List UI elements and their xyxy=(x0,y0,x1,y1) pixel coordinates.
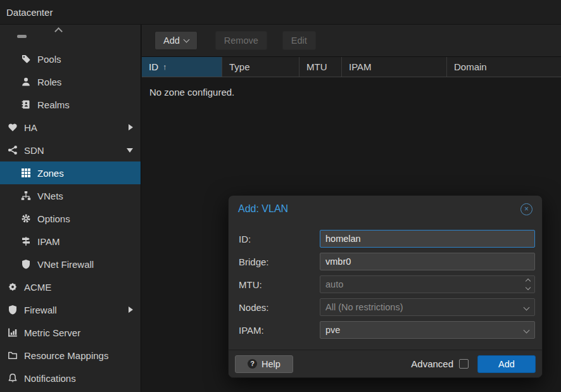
chevron-down-icon xyxy=(524,305,530,311)
column-label: Type xyxy=(229,61,250,72)
nodes-select[interactable]: All (No restrictions) xyxy=(320,298,535,316)
ipam-select[interactable]: pve xyxy=(320,321,535,339)
sidebar-item-notifications[interactable]: Notifications xyxy=(0,367,141,389)
sidebar-item-acme[interactable]: ACME xyxy=(0,275,141,298)
chevron-down-icon[interactable] xyxy=(127,148,133,153)
sidebar-item-resource-mappings[interactable]: Resource Mappings xyxy=(0,344,141,367)
sidebar-item-ipam[interactable]: IPAM xyxy=(0,230,141,253)
question-circle-icon: ? xyxy=(248,359,257,369)
sidebar-item-firewall[interactable]: Firewall xyxy=(0,298,141,321)
sidebar-item-roles[interactable]: Roles xyxy=(0,70,141,93)
id-field-label: ID: xyxy=(239,234,320,244)
sidebar-item-label: HA xyxy=(24,122,37,133)
folder-icon xyxy=(8,350,18,360)
advanced-label: Advanced xyxy=(411,358,453,369)
sitemap-icon xyxy=(21,191,31,201)
help-button[interactable]: ? Help xyxy=(235,355,293,373)
sort-ascending-icon: ↑ xyxy=(163,62,167,72)
bar-chart-icon xyxy=(8,327,18,338)
spinner-up-icon[interactable] xyxy=(526,279,531,284)
chevron-right-icon[interactable] xyxy=(129,124,133,130)
add-button[interactable]: Add xyxy=(154,31,198,50)
ipam-field-label: IPAM: xyxy=(239,325,320,336)
sidebar-item-vnets[interactable]: VNets xyxy=(0,184,141,207)
mtu-input[interactable] xyxy=(320,275,535,293)
edit-button-label: Edit xyxy=(291,35,307,46)
heartbeat-icon xyxy=(8,122,18,132)
network-share-icon xyxy=(8,145,18,155)
close-icon[interactable]: × xyxy=(520,203,533,215)
dialog-title: Add: VLAN xyxy=(238,203,288,215)
sidebar-item-label: Realms xyxy=(37,99,70,110)
remove-button[interactable]: Remove xyxy=(215,31,267,50)
sidebar-item-label: Firewall xyxy=(24,305,57,315)
bridge-input[interactable] xyxy=(320,253,535,270)
form-row-nodes: Nodes: All (No restrictions) xyxy=(239,296,535,319)
grid-icon xyxy=(21,168,31,178)
map-signs-icon xyxy=(21,236,31,246)
bell-icon xyxy=(8,373,18,383)
mtu-spinner xyxy=(526,279,530,289)
help-button-label: Help xyxy=(262,359,280,369)
dialog-add-button[interactable]: Add xyxy=(477,355,536,373)
sidebar-item-realms[interactable]: Realms xyxy=(0,93,141,116)
column-header-ipam[interactable]: IPAM xyxy=(342,57,447,77)
dialog-form: ID: Bridge: MTU: xyxy=(229,222,542,341)
remove-button-label: Remove xyxy=(224,35,258,46)
clipped-chevron-fragment xyxy=(54,27,63,35)
sidebar-item-pools[interactable]: Pools xyxy=(0,47,141,70)
dialog-footer: ? Help Advanced Add xyxy=(229,350,542,377)
column-header-id[interactable]: ID ↑ xyxy=(142,57,222,77)
certificate-icon xyxy=(8,282,18,292)
shield-icon xyxy=(8,305,18,315)
page-title: Datacenter xyxy=(6,7,53,18)
bridge-field-label: Bridge: xyxy=(239,256,320,267)
zones-toolbar: Add Remove Edit xyxy=(142,25,561,56)
tags-icon xyxy=(21,54,31,64)
form-row-id: ID: xyxy=(239,227,535,250)
column-label: MTU xyxy=(306,61,327,72)
sidebar-item-clipped[interactable] xyxy=(0,25,141,47)
mtu-field-label: MTU: xyxy=(239,279,320,290)
chevron-right-icon[interactable] xyxy=(129,307,133,313)
sidebar-item-sdn[interactable]: SDN xyxy=(0,139,141,161)
sidebar-item-label: Roles xyxy=(37,77,61,87)
dialog-header[interactable]: Add: VLAN × xyxy=(229,196,542,222)
nodes-field-label: Nodes: xyxy=(239,302,320,313)
add-button-label: Add xyxy=(163,35,180,46)
sidebar-item-options[interactable]: Options xyxy=(0,207,141,230)
sidebar-item-label: Zones xyxy=(37,168,64,179)
spinner-down-icon[interactable] xyxy=(526,285,531,290)
sidebar-item-zones[interactable]: Zones xyxy=(0,161,141,184)
address-book-icon xyxy=(21,99,31,110)
sidebar-tree: Pools Roles Realms HA SDN Zones VNets xyxy=(0,25,141,392)
sidebar-item-label: Notifications xyxy=(24,373,76,384)
column-header-domain[interactable]: Domain xyxy=(447,57,561,77)
dialog-add-button-label: Add xyxy=(498,359,515,369)
sidebar-item-label: VNets xyxy=(37,191,63,201)
column-header-type[interactable]: Type xyxy=(222,57,299,77)
sidebar-item-label: Pools xyxy=(37,54,61,65)
column-label: Domain xyxy=(454,61,487,72)
advanced-checkbox[interactable] xyxy=(459,359,469,369)
sidebar-item-ha[interactable]: HA xyxy=(0,116,141,139)
chevron-down-icon xyxy=(183,37,189,43)
sidebar-item-metric-server[interactable]: Metric Server xyxy=(0,321,141,344)
clipped-icon-fragment xyxy=(17,35,27,38)
column-header-mtu[interactable]: MTU xyxy=(299,57,342,77)
sidebar-item-label: ACME xyxy=(24,282,51,293)
shield-icon xyxy=(21,259,31,269)
sidebar-item-label: IPAM xyxy=(37,236,60,247)
add-vlan-dialog: Add: VLAN × ID: Bridge: MTU: xyxy=(228,195,543,378)
form-row-mtu: MTU: xyxy=(239,273,535,296)
id-input[interactable] xyxy=(320,230,535,248)
top-bar: Datacenter xyxy=(0,0,561,25)
edit-button[interactable]: Edit xyxy=(282,31,316,50)
ipam-select-value: pve xyxy=(325,325,340,335)
sidebar-item-label: SDN xyxy=(24,145,44,156)
sidebar-item-label: Options xyxy=(37,213,70,224)
zones-table-header: ID ↑ Type MTU IPAM Domain xyxy=(142,56,561,77)
sidebar-item-label: Metric Server xyxy=(24,327,80,338)
user-icon xyxy=(21,77,31,87)
sidebar-item-vnet-firewall[interactable]: VNet Firewall xyxy=(0,253,141,275)
